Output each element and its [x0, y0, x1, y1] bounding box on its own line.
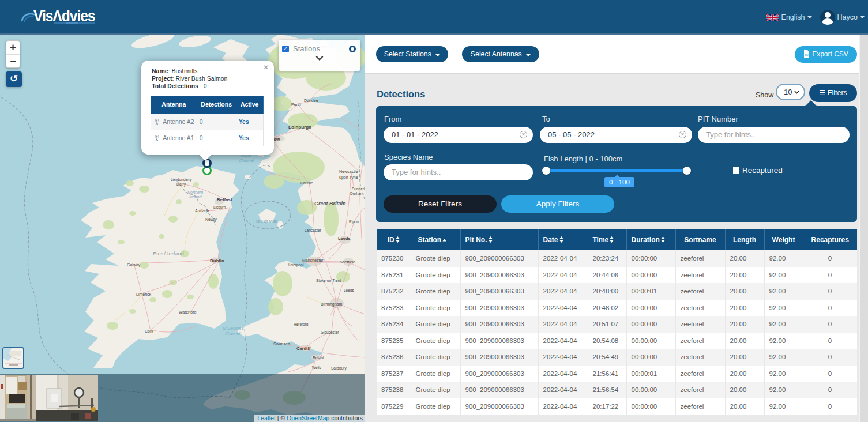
- svg-text:Liverpool: Liverpool: [288, 263, 304, 267]
- svg-text:Cardiff: Cardiff: [296, 346, 311, 351]
- svg-text:upon Tyne: upon Tyne: [339, 175, 358, 180]
- svg-text:St George's: St George's: [223, 326, 244, 331]
- svg-text:Carlisle: Carlisle: [300, 181, 313, 185]
- svg-text:Bristol: Bristol: [313, 356, 324, 360]
- svg-text:Great Britain: Great Britain: [314, 201, 346, 206]
- svg-text:Sheffield: Sheffield: [340, 260, 355, 264]
- svg-text:Birmingham: Birmingham: [321, 302, 343, 307]
- svg-text:Swansea: Swansea: [273, 342, 290, 346]
- svg-text:Newcastle: Newcastle: [339, 169, 358, 174]
- svg-text:Lisburn: Lisburn: [213, 205, 226, 209]
- svg-text:Dundee: Dundee: [304, 99, 318, 103]
- svg-text:Isle of Man: Isle of Man: [256, 218, 277, 224]
- svg-text:Belfast: Belfast: [217, 197, 232, 202]
- svg-text:Sunderland: Sunderland: [352, 187, 365, 191]
- svg-text:Salisbury: Salisbury: [331, 366, 347, 371]
- svg-text:Éire / Ireland: Éire / Ireland: [153, 250, 184, 257]
- svg-text:Cork: Cork: [145, 329, 153, 333]
- svg-text:Leeds: Leeds: [344, 288, 354, 292]
- svg-text:Armagh: Armagh: [195, 209, 209, 213]
- svg-text:Lancaster: Lancaster: [305, 228, 321, 232]
- svg-text:Londonderry: Londonderry: [171, 178, 192, 182]
- svg-text:Derry: Derry: [176, 182, 186, 187]
- svg-text:Leeds: Leeds: [338, 236, 351, 241]
- svg-text:Waterford: Waterford: [179, 310, 197, 314]
- svg-text:csv: csv: [805, 54, 809, 56]
- svg-text:Limerick: Limerick: [136, 292, 152, 296]
- svg-text:Stoke-on-Trent: Stoke-on-Trent: [316, 278, 341, 282]
- svg-text:Edinburgh: Edinburgh: [288, 125, 311, 130]
- svg-text:Ripon: Ripon: [349, 220, 359, 224]
- svg-text:Ireland: Ireland: [189, 195, 202, 199]
- svg-text:Gloucester: Gloucester: [321, 330, 339, 334]
- svg-text:Hereford: Hereford: [294, 322, 309, 326]
- svg-text:Channel: Channel: [225, 331, 241, 336]
- svg-text:Manchester: Manchester: [302, 258, 324, 262]
- svg-text:Wells: Wells: [312, 366, 322, 370]
- svg-text:Newry: Newry: [205, 217, 217, 222]
- svg-text:Durham: Durham: [350, 191, 363, 195]
- svg-text:Channel: Channel: [239, 159, 254, 163]
- svg-text:Dublin: Dublin: [210, 258, 224, 263]
- svg-text:Galway: Galway: [127, 263, 141, 267]
- svg-text:Perth: Perth: [291, 103, 301, 107]
- svg-text:Northern: Northern: [187, 190, 203, 194]
